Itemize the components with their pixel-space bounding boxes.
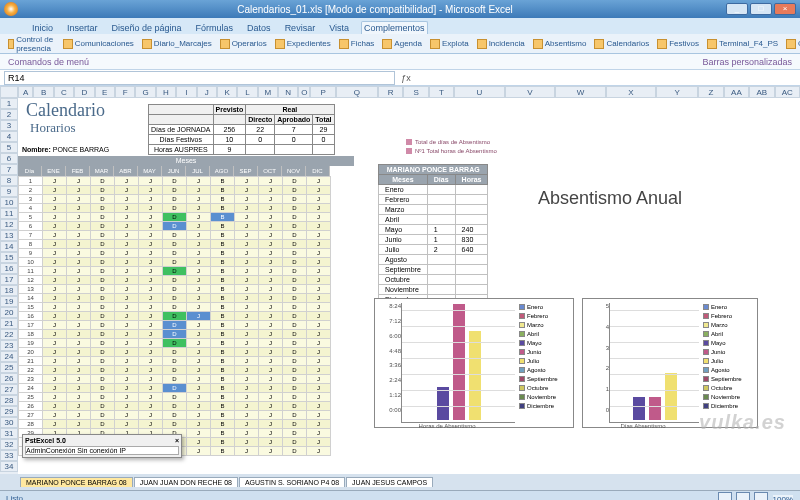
calendar-cell[interactable]: D [163,348,187,357]
view-normal-icon[interactable] [718,492,732,500]
ribbon-command[interactable]: Operarios [220,39,267,49]
calendar-cell[interactable]: J [115,240,139,249]
calendar-cell[interactable]: J [115,222,139,231]
calendar-cell[interactable]: J [235,402,259,411]
calendar-cell[interactable]: J [43,249,67,258]
calendar-cell[interactable]: J [259,213,283,222]
calendar-cell[interactable]: D [283,267,307,276]
calendar-cell[interactable]: J [43,222,67,231]
calendar-cell[interactable]: J [187,438,211,447]
calendar-cell[interactable]: J [307,204,331,213]
fx-icon[interactable]: ƒx [395,73,417,83]
calendar-cell[interactable]: J [115,321,139,330]
calendar-cell[interactable]: J [43,411,67,420]
calendar-cell[interactable]: D [163,411,187,420]
calendar-cell[interactable]: J [187,447,211,456]
calendar-cell[interactable]: J [235,384,259,393]
calendar-cell[interactable]: D [91,330,115,339]
sheet-content[interactable]: Calendario Horarios PrevistoRealDirectoA… [18,98,800,474]
ribbon-tab[interactable]: Diseño de página [110,22,184,34]
calendar-cell[interactable]: J [43,420,67,429]
calendar-cell[interactable]: J [67,213,91,222]
calendar-cell[interactable]: J [67,285,91,294]
calendar-cell[interactable]: J [139,348,163,357]
calendar-cell[interactable]: J [43,195,67,204]
calendar-cell[interactable]: J [67,231,91,240]
calendar-cell[interactable]: D [283,384,307,393]
calendar-cell[interactable]: D [91,348,115,357]
ribbon-tab[interactable]: Revisar [283,22,318,34]
calendar-cell[interactable]: J [115,366,139,375]
calendar-cell[interactable]: D [283,285,307,294]
calendar-cell[interactable]: J [115,402,139,411]
calendar-cell[interactable]: B [211,303,235,312]
calendar-cell[interactable]: D [163,294,187,303]
calendar-cell[interactable]: D [163,402,187,411]
calendar-cell[interactable]: J [187,357,211,366]
calendar-cell[interactable]: J [187,429,211,438]
calendar-cell[interactable]: D [91,366,115,375]
calendar-cell[interactable]: J [307,330,331,339]
calendar-cell[interactable]: J [67,303,91,312]
calendar-cell[interactable]: D [283,402,307,411]
calendar-cell[interactable]: J [259,240,283,249]
calendar-cell[interactable]: J [307,195,331,204]
calendar-cell[interactable]: J [235,393,259,402]
calendar-cell[interactable]: J [187,330,211,339]
calendar-cell[interactable]: D [91,303,115,312]
calendar-cell[interactable]: J [259,204,283,213]
calendar-cell[interactable]: J [259,285,283,294]
calendar-cell[interactable]: J [67,204,91,213]
calendar-cell[interactable]: J [187,186,211,195]
calendar-cell[interactable]: J [235,177,259,186]
calendar-cell[interactable]: J [235,294,259,303]
sheet-tab[interactable]: JUAN JUAN DON RECHE 08 [134,477,238,487]
calendar-cell[interactable]: J [139,195,163,204]
calendar-cell[interactable]: J [235,186,259,195]
calendar-cell[interactable]: D [283,411,307,420]
worksheet-area[interactable]: 1234567891011121314151617181920212223242… [0,86,800,474]
column-headers[interactable]: ABCDEFGHIJKLMNOPQRSTUVWXYZAAABAC [18,86,800,98]
calendar-cell[interactable]: J [259,249,283,258]
calendar-cell[interactable]: J [67,276,91,285]
ribbon-command[interactable]: Control de presencia [8,35,55,53]
calendar-cell[interactable]: J [259,321,283,330]
calendar-cell[interactable]: J [259,276,283,285]
calendar-cell[interactable]: J [235,330,259,339]
office-orb-icon[interactable] [4,2,18,16]
calendar-cell[interactable]: J [259,384,283,393]
calendar-cell[interactable]: B [211,366,235,375]
calendar-cell[interactable]: J [259,348,283,357]
ribbon-tab[interactable]: Vista [327,22,351,34]
calendar-cell[interactable]: B [211,231,235,240]
calendar-cell[interactable]: B [211,204,235,213]
calendar-cell[interactable]: D [283,186,307,195]
calendar-cell[interactable]: J [187,249,211,258]
calendar-cell[interactable]: J [235,339,259,348]
calendar-cell[interactable]: J [43,384,67,393]
calendar-cell[interactable]: J [307,213,331,222]
calendar-cell[interactable]: J [307,231,331,240]
calendar-cell[interactable]: J [115,375,139,384]
calendar-cell[interactable]: J [307,186,331,195]
calendar-cell[interactable]: J [43,330,67,339]
calendar-cell[interactable]: D [91,195,115,204]
calendar-cell[interactable]: J [115,267,139,276]
calendar-cell[interactable]: J [67,312,91,321]
calendar-cell[interactable]: J [187,240,211,249]
calendar-cell[interactable]: D [163,177,187,186]
calendar-cell[interactable]: J [187,222,211,231]
calendar-cell[interactable]: J [115,249,139,258]
calendar-cell[interactable]: J [235,249,259,258]
calendar-cell[interactable]: D [283,258,307,267]
calendar-cell[interactable]: J [43,402,67,411]
calendar-cell[interactable]: J [67,294,91,303]
calendar-cell[interactable]: J [187,348,211,357]
calendar-cell[interactable]: B [211,258,235,267]
calendar-cell[interactable]: J [235,195,259,204]
calendar-cell[interactable]: J [235,420,259,429]
calendar-cell[interactable]: J [259,267,283,276]
calendar-cell[interactable]: J [259,303,283,312]
calendar-cell[interactable]: J [235,366,259,375]
calendar-cell[interactable]: D [91,321,115,330]
